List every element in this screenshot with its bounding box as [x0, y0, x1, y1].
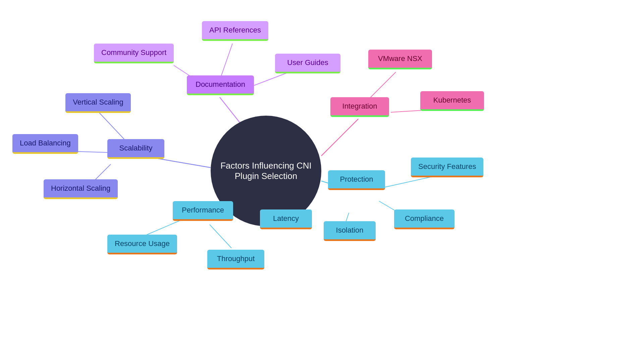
user-guides-node: User Guides [275, 54, 340, 73]
load-balancing-node: Load Balancing [12, 134, 78, 154]
api-references-node: API References [202, 21, 268, 41]
center-label: Factors Influencing CNI Plugin Selection [211, 161, 321, 181]
svg-line-14 [210, 225, 231, 248]
svg-line-4 [321, 119, 358, 156]
svg-line-8 [97, 111, 124, 139]
documentation-node: Documentation [187, 75, 254, 95]
isolation-node: Isolation [324, 221, 376, 241]
protection-node: Protection [328, 170, 385, 190]
vmware-nsx-node: VMware NSX [368, 50, 432, 69]
security-features-node: Security Features [411, 158, 483, 177]
latency-node: Latency [260, 209, 312, 229]
throughput-node: Throughput [207, 250, 264, 269]
horizontal-scaling-node: Horizontal Scaling [44, 179, 118, 199]
performance-node: Performance [173, 201, 233, 221]
compliance-node: Compliance [394, 209, 454, 229]
kubernetes-node: Kubernetes [420, 91, 484, 111]
svg-line-3 [254, 72, 289, 85]
resource-usage-node: Resource Usage [107, 235, 177, 254]
vertical-scaling-node: Vertical Scaling [65, 93, 131, 113]
integration-node: Integration [330, 97, 389, 117]
mind-map: Factors Influencing CNI Plugin Selection… [0, 0, 644, 362]
scalability-node: Scalability [107, 139, 164, 159]
community-support-node: Community Support [94, 44, 174, 63]
svg-line-1 [221, 44, 232, 75]
